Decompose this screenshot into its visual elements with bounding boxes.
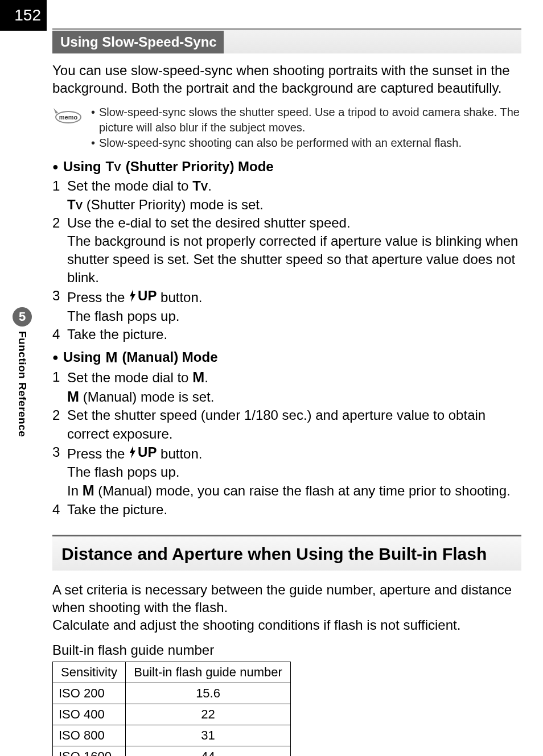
intro-paragraph: You can use slow-speed-sync when shootin… <box>52 61 521 97</box>
step-text: Take the picture. <box>67 325 521 344</box>
step-item: 4 Take the picture. <box>52 325 521 344</box>
step-number: 1 <box>52 177 67 213</box>
table-cell: ISO 1600 <box>53 746 126 756</box>
step-number: 2 <box>52 406 67 443</box>
chapter-side-tab: 5 Function Reference <box>7 307 38 437</box>
table-cell: 22 <box>126 704 291 725</box>
chapter-number: 5 <box>19 309 26 324</box>
step-text: Press the UP button. The flash pops up. … <box>67 443 521 501</box>
heading-prefix: Using <box>63 159 101 175</box>
mode-heading-tv: ● Using TV (Shutter Priority) Mode <box>52 159 521 175</box>
tv-mode-icon: TV <box>106 159 121 175</box>
table-cell: ISO 800 <box>53 725 126 746</box>
mode-heading-m: ● Using M (Manual) Mode <box>52 349 521 366</box>
heading-suffix: (Manual) Mode <box>122 349 218 365</box>
step-text: Use the e-dial to set the desired shutte… <box>67 214 521 287</box>
section-heading: Distance and Aperture when Using the Bui… <box>52 535 521 571</box>
m-mode-icon: M <box>106 349 118 366</box>
subheading-bar: Using Slow-Speed-Sync <box>52 28 521 53</box>
memo-item: • Slow-speed-sync shooting can also be p… <box>91 135 521 151</box>
step-item: 2 Set the shutter speed (under 1/180 sec… <box>52 406 521 443</box>
step-text: Set the shutter speed (under 1/180 sec.)… <box>67 406 521 443</box>
table-header-cell: Sensitivity <box>53 662 126 683</box>
page-number-tab: 152 <box>0 0 47 31</box>
step-text: Set the mode dial to M. M (Manual) mode … <box>67 368 521 407</box>
table-cell: 31 <box>126 725 291 746</box>
memo-item: • Slow-speed-sync slows the shutter spee… <box>91 105 521 135</box>
table-cell: 44 <box>126 746 291 756</box>
tv-mode-icon: TV <box>192 178 208 193</box>
guide-number-table: Sensitivity Built-in flash guide number … <box>52 662 291 756</box>
step-number: 3 <box>52 443 67 501</box>
step-number: 4 <box>52 325 67 344</box>
step-number: 1 <box>52 368 67 407</box>
chapter-number-badge: 5 <box>13 307 32 327</box>
memo-text: Slow-speed-sync shooting can also be per… <box>99 135 462 151</box>
flash-up-icon: UP <box>129 287 157 305</box>
table-row: ISO 40022 <box>53 704 291 725</box>
table-header-cell: Built-in flash guide number <box>126 662 291 683</box>
table-row: ISO 160044 <box>53 746 291 756</box>
step-item: 3 Press the UP button. The flash pops up… <box>52 287 521 325</box>
bullet-icon: ● <box>52 161 59 173</box>
svg-text:memo: memo <box>59 114 78 121</box>
memo-block: memo • Slow-speed-sync slows the shutter… <box>52 105 521 151</box>
memo-list: • Slow-speed-sync slows the shutter spee… <box>91 105 521 151</box>
flash-up-icon: UP <box>129 443 157 461</box>
table-title: Built-in flash guide number <box>52 642 521 658</box>
m-step-list: 1 Set the mode dial to M. M (Manual) mod… <box>52 368 521 519</box>
step-text: Set the mode dial to TV. TV (Shutter Pri… <box>67 177 521 213</box>
m-mode-icon: M <box>83 482 94 498</box>
subheading: Using Slow-Speed-Sync <box>52 31 224 53</box>
memo-text: Slow-speed-sync slows the shutter speed.… <box>99 105 521 135</box>
step-item: 1 Set the mode dial to TV. TV (Shutter P… <box>52 177 521 213</box>
step-item: 1 Set the mode dial to M. M (Manual) mod… <box>52 368 521 407</box>
step-number: 4 <box>52 501 67 519</box>
step-item: 3 Press the UP button. The flash pops up… <box>52 443 521 501</box>
page-number: 152 <box>14 6 41 24</box>
chapter-label: Function Reference <box>16 331 28 437</box>
step-number: 3 <box>52 287 67 325</box>
heading-prefix: Using <box>63 349 101 365</box>
m-mode-icon: M <box>67 389 79 404</box>
bullet-icon: • <box>91 105 99 135</box>
bullet-icon: • <box>91 135 99 151</box>
memo-icon: memo <box>52 106 83 126</box>
page: 152 5 Function Reference Using Slow-Spee… <box>0 0 543 756</box>
tv-step-list: 1 Set the mode dial to TV. TV (Shutter P… <box>52 177 521 343</box>
step-item: 2 Use the e-dial to set the desired shut… <box>52 214 521 287</box>
m-mode-icon: M <box>192 369 204 385</box>
step-number: 2 <box>52 214 67 287</box>
section-paragraph: A set criteria is necessary between the … <box>52 581 521 634</box>
table-row: ISO 80031 <box>53 725 291 746</box>
table-cell: ISO 200 <box>53 683 126 704</box>
step-text: Take the picture. <box>67 501 521 519</box>
tv-mode-icon: TV <box>67 197 83 212</box>
table-row: ISO 20015.6 <box>53 683 291 704</box>
table-header-row: Sensitivity Built-in flash guide number <box>53 662 291 683</box>
table-cell: 15.6 <box>126 683 291 704</box>
bullet-icon: ● <box>52 352 59 363</box>
table-cell: ISO 400 <box>53 704 126 725</box>
heading-suffix: (Shutter Priority) Mode <box>126 159 274 175</box>
page-content: Using Slow-Speed-Sync You can use slow-s… <box>52 28 521 756</box>
step-text: Press the UP button. The flash pops up. <box>67 287 521 325</box>
step-item: 4 Take the picture. <box>52 501 521 519</box>
